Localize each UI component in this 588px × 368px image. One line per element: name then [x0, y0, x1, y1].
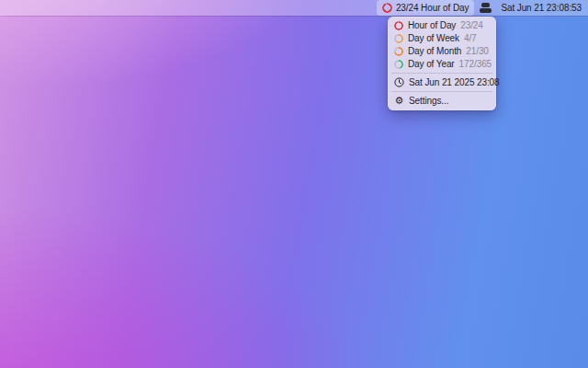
- progress-ring-icon: [394, 47, 403, 56]
- menu-separator: [391, 73, 492, 74]
- menu-item-label: Day of Month: [408, 46, 461, 56]
- menubar-clock-label: Sat Jun 21 23:08:53: [501, 3, 582, 13]
- menu-item-day-of-month[interactable]: Day of Month 21/30: [388, 45, 496, 58]
- menu-item-settings[interactable]: ⚙ Settings...: [388, 95, 496, 108]
- menubar-status-area: 23/24 Hour of Day Sat Jun 21 23:08:53: [377, 0, 585, 16]
- menubar-clock[interactable]: Sat Jun 21 23:08:53: [497, 0, 585, 16]
- menu-item-label: Settings...: [409, 96, 448, 106]
- desktop-wallpaper: 23/24 Hour of Day Sat Jun 21 23:08:53 Ho…: [0, 0, 588, 368]
- progress-ring-icon: [394, 21, 403, 30]
- menu-item-value: 4/7: [464, 33, 477, 43]
- menu-item-hour-of-day[interactable]: Hour of Day 23/24: [388, 19, 496, 32]
- menu-item-value: 23/24: [460, 20, 483, 30]
- progress-ring-icon: [394, 60, 403, 69]
- menu-item-label: Sat Jun 21 2025 23:08: [409, 77, 500, 87]
- menubar-item-extra[interactable]: [474, 0, 497, 16]
- progress-ring-icon: [382, 3, 392, 13]
- gear-icon: ⚙: [394, 96, 404, 106]
- menu-item-datetime[interactable]: Sat Jun 21 2025 23:08: [388, 76, 496, 89]
- menu-separator: [391, 91, 492, 92]
- menu-item-label: Day of Year: [408, 59, 455, 69]
- menu-item-value: 21/30: [466, 46, 489, 56]
- menu-item-day-of-week[interactable]: Day of Week 4/7: [388, 32, 496, 45]
- clock-icon: [394, 77, 404, 87]
- menubar-item-hour-of-day[interactable]: 23/24 Hour of Day: [377, 0, 474, 16]
- progress-ring-icon: [394, 34, 403, 43]
- stack-icon: [480, 3, 492, 13]
- menubar-item-label: 23/24 Hour of Day: [396, 3, 469, 13]
- menu-item-day-of-year[interactable]: Day of Year 172/365: [388, 58, 496, 71]
- menubar: 23/24 Hour of Day Sat Jun 21 23:08:53: [0, 0, 588, 16]
- menu-item-label: Hour of Day: [408, 20, 456, 30]
- menu-item-value: 172/365: [459, 59, 492, 69]
- hour-of-day-dropdown-menu: Hour of Day 23/24 Day of Week 4/7 Day of…: [388, 17, 496, 110]
- menu-item-label: Day of Week: [408, 33, 459, 43]
